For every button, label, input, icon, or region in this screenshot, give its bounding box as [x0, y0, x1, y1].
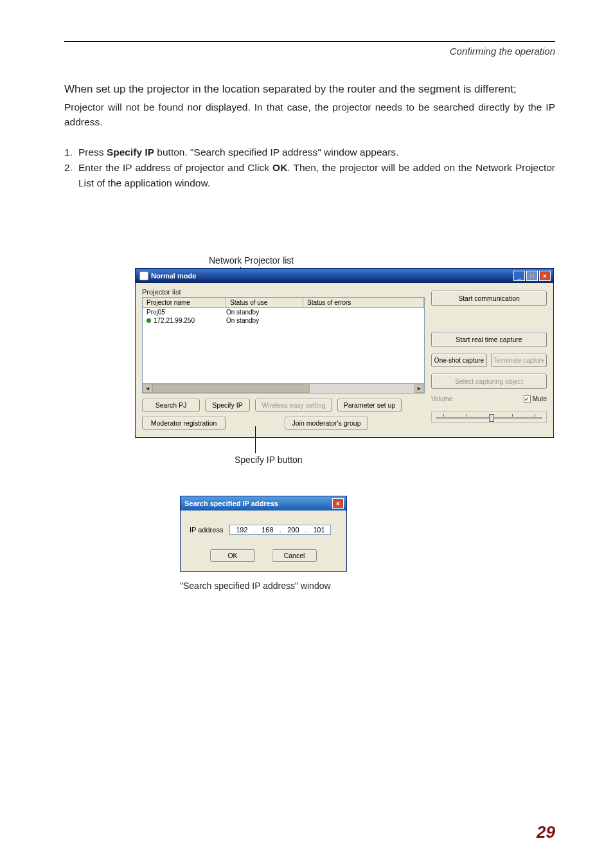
- dialog-close-button[interactable]: ×: [332, 498, 344, 509]
- close-button[interactable]: ×: [539, 271, 551, 281]
- wireless-easy-button[interactable]: Wireless easy setting: [255, 399, 332, 411]
- listview-header[interactable]: Projector name Status of use Status of e…: [143, 298, 424, 308]
- maximize-button[interactable]: □: [526, 271, 538, 281]
- oneshot-capture-button[interactable]: One-shot capture: [431, 354, 487, 367]
- h-scrollbar[interactable]: ◄ ►: [143, 383, 424, 393]
- ip-octet-1[interactable]: 192: [231, 526, 252, 534]
- col-projector-name[interactable]: Projector name: [143, 298, 226, 307]
- mute-checkbox[interactable]: ✔ Mute: [524, 395, 547, 402]
- cancel-button[interactable]: Cancel: [272, 549, 317, 562]
- scroll-left-arrow[interactable]: ◄: [143, 384, 152, 393]
- lead-sentence: When set up the projector in the locatio…: [64, 82, 555, 97]
- select-capturing-object-button[interactable]: Select capturing object: [431, 374, 547, 389]
- projector-list-label: Projector list: [142, 288, 425, 296]
- terminate-capture-button[interactable]: Terminate capture: [491, 354, 547, 367]
- normal-mode-window: Normal mode _ □ × Projector list Project…: [135, 268, 554, 438]
- ip-octet-3[interactable]: 200: [283, 526, 303, 534]
- ip-address-label: IP address: [190, 526, 223, 534]
- parameter-setup-button[interactable]: Parameter set up: [337, 399, 402, 411]
- mute-label: Mute: [533, 395, 547, 402]
- start-realtime-capture-button[interactable]: Start real time capture: [431, 332, 547, 347]
- list-item[interactable]: 172.21.99.250 On standby: [143, 316, 424, 325]
- status-dot-icon: [147, 318, 151, 323]
- projector-listview[interactable]: Projector name Status of use Status of e…: [142, 297, 425, 393]
- dialog-titlebar[interactable]: Search specified IP address ×: [181, 496, 346, 511]
- app-icon: [139, 271, 148, 280]
- row-name: Proj05: [147, 309, 165, 316]
- step-text: button. "Search specified IP address" wi…: [154, 147, 398, 158]
- step-2: 2. Enter the IP address of projector and…: [64, 160, 555, 191]
- window-titlebar[interactable]: Normal mode _ □ ×: [136, 269, 553, 283]
- step-bold: Specify IP: [107, 147, 154, 158]
- volume-slider[interactable]: [431, 411, 547, 423]
- ip-address-field[interactable]: 192. 168. 200. 101: [229, 525, 331, 535]
- scroll-right-arrow[interactable]: ►: [414, 384, 424, 393]
- scroll-thumb[interactable]: [152, 384, 310, 393]
- callout-line: [255, 426, 256, 453]
- start-communication-button[interactable]: Start communication: [431, 291, 547, 306]
- row-name: 172.21.99.250: [154, 317, 195, 324]
- minimize-button[interactable]: _: [513, 271, 525, 281]
- step-text: Enter the IP address of projector and Cl…: [78, 162, 272, 173]
- step-number: 1.: [64, 145, 78, 160]
- window-title: Normal mode: [151, 272, 196, 280]
- col-status-use[interactable]: Status of use: [226, 298, 303, 307]
- join-moderator-button[interactable]: Join moderator's group: [285, 417, 368, 429]
- ip-octet-2[interactable]: 168: [257, 526, 278, 534]
- body-paragraph: Projector will not be found nor displaye…: [64, 100, 555, 130]
- volume-label: Volume: [431, 395, 452, 402]
- slider-handle[interactable]: [489, 414, 494, 422]
- callout-label-specify-ip: Specify IP button: [235, 455, 303, 465]
- section-heading: Confirming the operation: [64, 46, 555, 57]
- row-status-err: [303, 309, 424, 316]
- step-number: 2.: [64, 160, 78, 191]
- list-item[interactable]: Proj05 On standby: [143, 308, 424, 316]
- step-1: 1. Press Specify IP button. "Search spec…: [64, 145, 555, 160]
- row-status-err: [303, 317, 424, 324]
- dialog-title: Search specified IP address: [184, 500, 278, 507]
- col-status-errors[interactable]: Status of errors: [303, 298, 424, 307]
- step-bold: OK: [272, 162, 287, 173]
- checkbox-icon: ✔: [524, 395, 531, 402]
- page-number: 29: [537, 822, 555, 842]
- callout-label-network-list: Network Projector list: [209, 255, 294, 266]
- step-text: Press: [78, 147, 107, 158]
- ip-octet-4[interactable]: 101: [308, 526, 329, 534]
- row-status-use: On standby: [226, 317, 303, 324]
- dialog-caption: "Search specified IP address" window: [180, 581, 555, 591]
- specify-ip-button[interactable]: Specify IP: [205, 399, 250, 411]
- search-pj-button[interactable]: Search PJ: [142, 399, 200, 411]
- row-status-use: On standby: [226, 309, 303, 316]
- ok-button[interactable]: OK: [210, 549, 255, 562]
- search-ip-dialog: Search specified IP address × IP address…: [180, 496, 347, 572]
- moderator-registration-button[interactable]: Moderator registration: [142, 417, 226, 429]
